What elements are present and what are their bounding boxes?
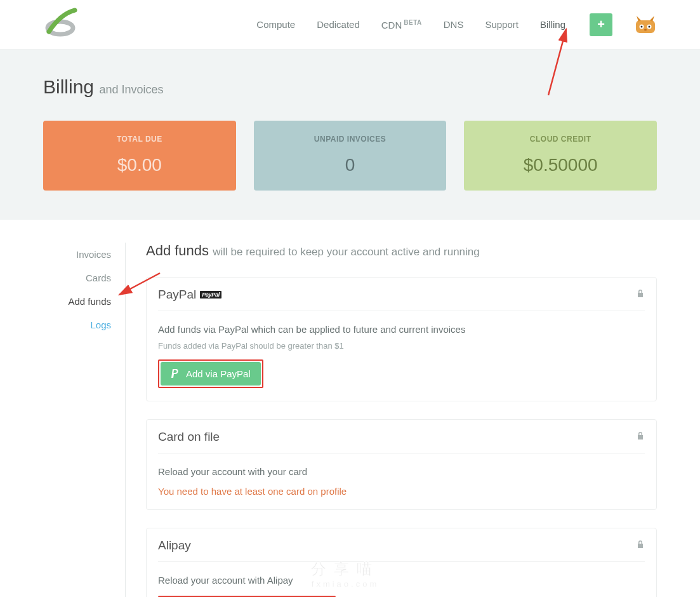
svg-point-4: [641, 25, 643, 27]
unpaid-invoices-card[interactable]: UNPAID INVOICES 0: [254, 121, 447, 191]
user-avatar[interactable]: [634, 13, 657, 36]
nav-compute[interactable]: Compute: [256, 19, 295, 30]
paypal-desc: Add funds via PayPal which can be applie…: [158, 324, 645, 335]
unpaid-value: 0: [260, 155, 440, 175]
sidebar-item-invoices[interactable]: Invoices: [18, 243, 125, 266]
page-title: Billing and Invoices: [43, 76, 657, 98]
total-due-value: $0.00: [50, 155, 230, 175]
alipay-panel: Alipay Reload your account with Alipay $…: [146, 528, 657, 597]
sidebar-item-add-funds[interactable]: Add funds: [18, 290, 125, 313]
sidebar-item-logs[interactable]: Logs: [18, 313, 125, 337]
lock-icon: [636, 540, 645, 551]
add-button[interactable]: +: [590, 13, 612, 36]
brand-logo[interactable]: [43, 8, 77, 42]
card-on-file-desc: Reload your account with your card: [158, 466, 645, 477]
card-on-file-panel: Card on file Reload your account with yo…: [146, 419, 657, 510]
annotation-highlight-paypal: Add via PayPal: [158, 359, 263, 388]
nav-cdn[interactable]: CDNBETA: [381, 19, 422, 30]
lock-icon: [636, 431, 645, 443]
paypal-note: Funds added via PayPal should be greater…: [158, 341, 645, 351]
top-nav: Compute Dedicated CDNBETA DNS Support Bi…: [0, 0, 700, 50]
content-title-sub: will be required to keep your account ac…: [213, 246, 480, 258]
total-due-card[interactable]: TOTAL DUE $0.00: [43, 121, 236, 191]
paypal-logo-icon: PayPal: [200, 291, 221, 298]
paypal-title: PayPal: [158, 288, 196, 302]
nav-cdn-label: CDN: [381, 20, 402, 30]
page-title-sub: and Invoices: [99, 83, 163, 96]
card-on-file-warning: You need to have at least one card on pr…: [158, 486, 645, 497]
sidebar-item-cards[interactable]: Cards: [18, 266, 125, 290]
credit-label: CLOUD CREDIT: [470, 135, 650, 144]
credit-value: $0.50000: [470, 155, 650, 175]
nav-billing[interactable]: Billing: [540, 19, 565, 30]
card-on-file-title: Card on file: [158, 430, 220, 444]
total-due-label: TOTAL DUE: [50, 135, 230, 144]
alipay-title: Alipay: [158, 539, 191, 553]
lock-icon: [636, 289, 645, 300]
nav-dedicated[interactable]: Dedicated: [317, 19, 360, 30]
content-title-main: Add funds: [146, 243, 209, 258]
content-title: Add funds will be required to keep your …: [146, 243, 657, 259]
paypal-panel: PayPal PayPal Add funds via PayPal which…: [146, 277, 657, 401]
beta-badge: BETA: [404, 19, 421, 26]
page-title-main: Billing: [43, 76, 94, 97]
add-via-paypal-button[interactable]: Add via PayPal: [161, 362, 261, 386]
nav-dns[interactable]: DNS: [444, 19, 464, 30]
cloud-credit-card[interactable]: CLOUD CREDIT $0.50000: [464, 121, 657, 191]
add-via-paypal-label: Add via PayPal: [186, 368, 251, 379]
nav-support[interactable]: Support: [485, 19, 518, 30]
svg-point-6: [644, 29, 647, 30]
alipay-desc: Reload your account with Alipay: [158, 575, 645, 586]
billing-summary: Billing and Invoices TOTAL DUE $0.00 UNP…: [0, 50, 700, 220]
paypal-p-icon: [171, 369, 180, 379]
billing-sidebar: Invoices Cards Add funds Logs: [18, 243, 126, 597]
svg-rect-1: [636, 20, 655, 33]
svg-point-5: [649, 25, 650, 27]
unpaid-label: UNPAID INVOICES: [260, 135, 440, 144]
